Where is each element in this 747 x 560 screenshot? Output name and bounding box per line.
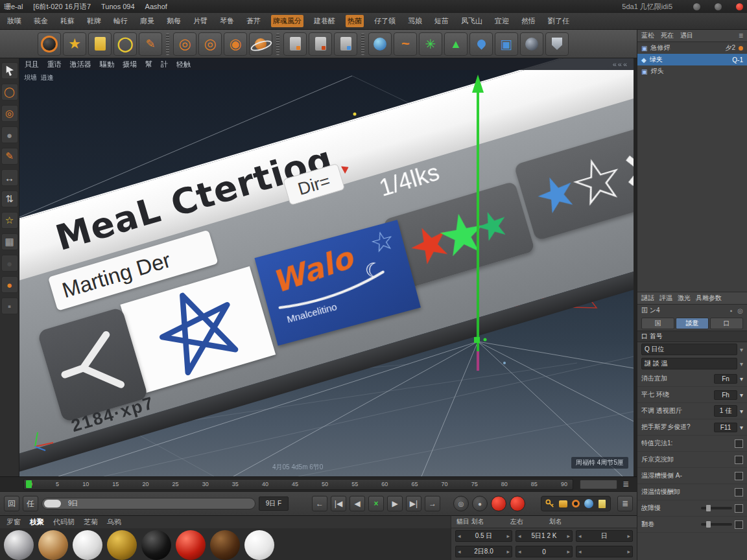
checkbox[interactable] bbox=[735, 456, 743, 464]
scrubber-handle[interactable] bbox=[44, 500, 61, 508]
material-tab[interactable]: 代码韧 bbox=[53, 517, 75, 527]
attr-tab[interactable]: 謎話 bbox=[641, 294, 654, 303]
checkbox[interactable] bbox=[735, 439, 743, 448]
pen-tool-icon[interactable]: ✎ bbox=[139, 32, 162, 56]
viewport-menu-item[interactable]: 驅動 bbox=[100, 60, 114, 69]
titlebar-menu[interactable]: Tunos 094 bbox=[101, 3, 135, 10]
dark-sphere-icon[interactable]: ● bbox=[1, 255, 18, 272]
transport-left-button-a[interactable]: 回 bbox=[4, 496, 19, 511]
tab-objects[interactable]: 蓝松 bbox=[641, 31, 654, 40]
document-c-icon[interactable] bbox=[334, 32, 357, 56]
attribute-value[interactable]: Fn bbox=[714, 374, 737, 384]
menu-item[interactable]: 廊曼 bbox=[138, 15, 156, 27]
titlebar-menu[interactable]: Aashof bbox=[145, 3, 167, 10]
material-tab[interactable]: 罗窗 bbox=[6, 517, 21, 527]
sphere-ring-icon[interactable] bbox=[38, 32, 61, 56]
menu-item[interactable]: 骂娘 bbox=[406, 15, 424, 27]
viewport-corner-controls[interactable]: ««« bbox=[613, 60, 628, 68]
go-end-button[interactable]: → bbox=[425, 496, 440, 511]
playhead[interactable] bbox=[26, 480, 32, 488]
minimize-button[interactable] bbox=[693, 3, 700, 10]
material-swatch-pearl[interactable] bbox=[244, 530, 274, 560]
coord-field-z2[interactable]: ◂▸ bbox=[576, 546, 633, 557]
maximize-button[interactable] bbox=[715, 3, 722, 10]
material-swatch-bronze[interactable] bbox=[38, 530, 68, 560]
chevron-down-icon[interactable]: ▾ bbox=[740, 408, 743, 415]
cube-box-icon[interactable]: ▣ bbox=[495, 32, 518, 56]
play-button[interactable]: ▶ bbox=[387, 496, 403, 511]
material-swatch-silver[interactable] bbox=[4, 530, 34, 560]
coord-field-y[interactable]: ◂5日1 2 K▸ bbox=[516, 530, 573, 542]
object-row[interactable]: ▣ 急修焊 夕2 bbox=[637, 42, 747, 54]
box-icon[interactable] bbox=[558, 498, 568, 509]
menu-item[interactable]: 輪行 bbox=[112, 15, 130, 27]
globe-sphere-icon[interactable] bbox=[520, 32, 543, 56]
object-row-selected[interactable]: ◆ 绿夹 Q-1 bbox=[637, 54, 747, 65]
material-tab-active[interactable]: 枝聚 bbox=[30, 517, 44, 527]
checkbox[interactable] bbox=[735, 488, 743, 496]
document-a-icon[interactable] bbox=[283, 32, 307, 56]
titlebar-menu[interactable]: [6前t-020 16月语7 bbox=[33, 2, 91, 12]
attribute-value[interactable]: 1 佳 bbox=[714, 405, 737, 417]
dropdown-field[interactable]: 謎 談 温 bbox=[641, 358, 737, 369]
3d-viewport[interactable]: MeaL Ctertiog ✳ Mar Marting Der Dir= 1/4… bbox=[19, 58, 634, 476]
grid-tool-icon[interactable]: ▦ bbox=[1, 233, 18, 250]
swoosh-tool-icon[interactable]: ~ bbox=[394, 32, 417, 56]
scale-tool-icon[interactable]: ⇅ bbox=[1, 191, 18, 207]
material-swatch-red[interactable] bbox=[176, 530, 206, 560]
menu-item[interactable]: 莪金 bbox=[32, 15, 50, 27]
end-frame-field[interactable]: 9日 F bbox=[259, 496, 289, 511]
timeline-scrollbar[interactable] bbox=[580, 480, 617, 489]
y-axis-arrowhead[interactable] bbox=[472, 75, 484, 93]
viewport-menu-item[interactable]: 計 bbox=[161, 60, 168, 69]
attribute-value[interactable]: Fh bbox=[714, 390, 737, 400]
record-button[interactable] bbox=[491, 496, 506, 511]
target-tool-icon[interactable]: ◎ bbox=[1, 105, 18, 122]
chevron-down-icon[interactable]: ▾ bbox=[740, 391, 743, 399]
menu-item-active[interactable]: 热菌 bbox=[346, 15, 364, 27]
blue-drop-icon[interactable] bbox=[469, 32, 493, 56]
disc-spline-icon[interactable]: ◉ bbox=[224, 32, 247, 56]
mode-button[interactable]: 国 bbox=[641, 318, 674, 329]
autokey-button[interactable]: ◎ bbox=[453, 496, 469, 511]
menu-item[interactable]: 仔了颌 bbox=[372, 15, 397, 27]
material-tab[interactable]: 乌鸦 bbox=[107, 517, 121, 527]
material-swatch-white[interactable] bbox=[73, 530, 102, 560]
menu-item[interactable]: 然悟 bbox=[519, 15, 538, 27]
circle-spline-icon[interactable]: ◎ bbox=[173, 32, 196, 56]
sphere-tool-icon[interactable]: ● bbox=[1, 126, 18, 143]
menu-item[interactable]: 耗蘇 bbox=[58, 15, 77, 27]
menu-item[interactable]: 建巷醛 bbox=[312, 15, 337, 27]
checkbox[interactable] bbox=[735, 520, 743, 529]
menu-item[interactable]: 片臂 bbox=[191, 15, 209, 27]
viewport-menu-item[interactable]: 貝且 bbox=[25, 60, 39, 69]
document-b-icon[interactable] bbox=[309, 32, 332, 56]
play-backward-button[interactable]: ◀ bbox=[350, 496, 365, 511]
star-tool-icon[interactable]: ☆ bbox=[1, 212, 18, 229]
viewport-menu-item[interactable]: 重语 bbox=[47, 60, 62, 69]
chevron-down-icon[interactable]: ▾ bbox=[740, 424, 743, 431]
mode-button[interactable]: 口 bbox=[710, 318, 743, 329]
material-tab[interactable]: 芝菊 bbox=[84, 517, 98, 527]
timeline-ruler[interactable]: 0 5 10 15 20 25 30 35 40 45 50 55 60 65 … bbox=[23, 479, 573, 490]
green-burst-icon[interactable]: ✳ bbox=[419, 32, 442, 56]
panel-menu-icon[interactable]: ≡ bbox=[739, 31, 743, 40]
menu-item[interactable]: 凤飞山 bbox=[459, 15, 484, 27]
menu-item[interactable]: 蒼芹 bbox=[244, 15, 263, 27]
section-header[interactable]: 口 首号 bbox=[637, 331, 747, 342]
keyframe-button[interactable]: ● bbox=[472, 496, 488, 511]
menu-item-active[interactable]: 牌魂風分 bbox=[271, 15, 303, 27]
circle-tool-icon[interactable]: ◯ bbox=[1, 84, 18, 100]
history-icon[interactable]: ◎ bbox=[737, 307, 743, 314]
stop-button[interactable]: × bbox=[368, 496, 384, 511]
material-swatch-brown[interactable] bbox=[210, 530, 240, 560]
green-cone-icon[interactable]: ▲ bbox=[444, 32, 468, 56]
slider[interactable] bbox=[701, 507, 732, 509]
transport-left-button-b[interactable]: 任 bbox=[23, 496, 38, 511]
mode-button-active[interactable]: 談意 bbox=[676, 318, 709, 329]
menu-item[interactable]: 短苗 bbox=[433, 15, 451, 27]
material-swatch-black[interactable] bbox=[141, 530, 171, 560]
axis-origin-handle[interactable] bbox=[474, 337, 480, 343]
lock-icon[interactable]: ▪ bbox=[730, 307, 733, 314]
chevron-down-icon[interactable]: ▾ bbox=[740, 346, 743, 353]
